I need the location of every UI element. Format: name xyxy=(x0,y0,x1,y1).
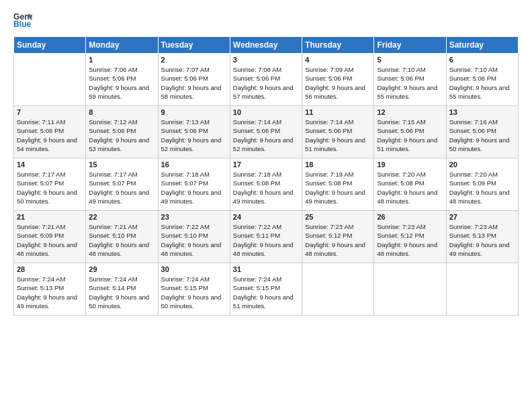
sunset-text: Sunset: 5:09 PM xyxy=(449,179,515,187)
day-number: 5 xyxy=(377,56,443,64)
day-number: 8 xyxy=(89,108,154,116)
daylight-text: Daylight: 9 hours and 54 minutes. xyxy=(17,136,83,154)
sunset-text: Sunset: 5:06 PM xyxy=(377,74,443,83)
calendar-cell: 19 Sunrise: 7:20 AM Sunset: 5:08 PM Dayl… xyxy=(374,158,446,211)
sunset-text: Sunset: 5:06 PM xyxy=(449,74,515,83)
daylight-text: Daylight: 9 hours and 55 minutes. xyxy=(377,83,443,101)
calendar-cell: 7 Sunrise: 7:11 AM Sunset: 5:06 PM Dayli… xyxy=(14,106,86,158)
day-number: 27 xyxy=(449,213,515,221)
daylight-text: Daylight: 9 hours and 48 minutes. xyxy=(305,240,371,259)
day-number: 6 xyxy=(449,56,515,64)
calendar-cell: 13 Sunrise: 7:16 AM Sunset: 5:06 PM Dayl… xyxy=(446,106,518,158)
sunset-text: Sunset: 5:08 PM xyxy=(305,179,371,187)
header-tuesday: Tuesday xyxy=(158,37,230,54)
day-number: 1 xyxy=(89,56,154,64)
calendar-cell: 9 Sunrise: 7:13 AM Sunset: 5:06 PM Dayli… xyxy=(158,106,230,158)
sunrise-text: Sunrise: 7:18 AM xyxy=(233,170,299,179)
sunset-text: Sunset: 5:10 PM xyxy=(89,231,154,240)
sunrise-text: Sunrise: 7:09 AM xyxy=(305,65,371,74)
sunrise-text: Sunrise: 7:20 AM xyxy=(449,170,515,179)
sunset-text: Sunset: 5:06 PM xyxy=(161,126,227,135)
calendar-cell: 21 Sunrise: 7:21 AM Sunset: 5:09 PM Dayl… xyxy=(14,211,86,263)
sunrise-text: Sunrise: 7:22 AM xyxy=(161,222,227,231)
daylight-text: Daylight: 9 hours and 49 minutes. xyxy=(449,240,515,259)
day-number: 4 xyxy=(305,56,371,64)
calendar-cell: 1 Sunrise: 7:06 AM Sunset: 5:06 PM Dayli… xyxy=(86,54,158,106)
sunrise-text: Sunrise: 7:13 AM xyxy=(161,118,227,126)
header-friday: Friday xyxy=(374,37,446,54)
day-number: 26 xyxy=(377,213,443,221)
day-number: 16 xyxy=(161,161,227,169)
sunrise-text: Sunrise: 7:12 AM xyxy=(89,118,154,126)
sunset-text: Sunset: 5:15 PM xyxy=(161,283,227,292)
sunset-text: Sunset: 5:07 PM xyxy=(17,179,83,187)
logo: General Blue xyxy=(13,11,35,30)
sunrise-text: Sunrise: 7:24 AM xyxy=(233,275,299,283)
daylight-text: Daylight: 9 hours and 51 minutes. xyxy=(305,136,371,154)
daylight-text: Daylight: 9 hours and 56 minutes. xyxy=(305,83,371,101)
sunrise-text: Sunrise: 7:11 AM xyxy=(17,118,83,126)
day-number: 15 xyxy=(89,161,154,169)
daylight-text: Daylight: 9 hours and 52 minutes. xyxy=(161,136,227,154)
daylight-text: Daylight: 9 hours and 48 minutes. xyxy=(449,188,515,206)
sunrise-text: Sunrise: 7:23 AM xyxy=(305,222,371,231)
calendar-cell: 4 Sunrise: 7:09 AM Sunset: 5:06 PM Dayli… xyxy=(302,54,374,106)
header-monday: Monday xyxy=(86,37,158,54)
day-number: 3 xyxy=(233,56,299,64)
day-number: 22 xyxy=(89,213,154,221)
calendar-cell xyxy=(446,263,518,316)
day-number: 17 xyxy=(233,161,299,169)
calendar-cell xyxy=(14,54,86,106)
calendar-cell: 11 Sunrise: 7:14 AM Sunset: 5:06 PM Dayl… xyxy=(302,106,374,158)
sunset-text: Sunset: 5:12 PM xyxy=(305,231,371,240)
calendar-cell: 14 Sunrise: 7:17 AM Sunset: 5:07 PM Dayl… xyxy=(14,158,86,211)
daylight-text: Daylight: 9 hours and 48 minutes. xyxy=(233,240,299,259)
calendar-cell: 8 Sunrise: 7:12 AM Sunset: 5:06 PM Dayli… xyxy=(86,106,158,158)
sunrise-text: Sunrise: 7:23 AM xyxy=(449,222,515,231)
sunrise-text: Sunrise: 7:19 AM xyxy=(305,170,371,179)
sunrise-text: Sunrise: 7:15 AM xyxy=(377,118,443,126)
day-number: 9 xyxy=(161,108,227,116)
sunrise-text: Sunrise: 7:24 AM xyxy=(161,275,227,283)
sunrise-text: Sunrise: 7:23 AM xyxy=(377,222,443,231)
calendar-cell: 15 Sunrise: 7:17 AM Sunset: 5:07 PM Dayl… xyxy=(86,158,158,211)
calendar-cell: 22 Sunrise: 7:21 AM Sunset: 5:10 PM Dayl… xyxy=(86,211,158,263)
daylight-text: Daylight: 9 hours and 52 minutes. xyxy=(233,136,299,154)
header-wednesday: Wednesday xyxy=(230,37,302,54)
calendar-table: SundayMondayTuesdayWednesdayThursdayFrid… xyxy=(13,36,519,316)
sunrise-text: Sunrise: 7:08 AM xyxy=(233,65,299,74)
page: General Blue SundayMondayTuesdayWednesda… xyxy=(0,0,532,411)
day-number: 31 xyxy=(233,265,299,273)
calendar-header-row: SundayMondayTuesdayWednesdayThursdayFrid… xyxy=(14,37,519,54)
calendar-cell: 6 Sunrise: 7:10 AM Sunset: 5:06 PM Dayli… xyxy=(446,54,518,106)
calendar-cell: 20 Sunrise: 7:20 AM Sunset: 5:09 PM Dayl… xyxy=(446,158,518,211)
daylight-text: Daylight: 9 hours and 55 minutes. xyxy=(449,83,515,101)
day-number: 20 xyxy=(449,161,515,169)
calendar-cell: 25 Sunrise: 7:23 AM Sunset: 5:12 PM Dayl… xyxy=(302,211,374,263)
daylight-text: Daylight: 9 hours and 48 minutes. xyxy=(377,188,443,206)
sunset-text: Sunset: 5:08 PM xyxy=(233,179,299,187)
calendar-cell: 23 Sunrise: 7:22 AM Sunset: 5:10 PM Dayl… xyxy=(158,211,230,263)
daylight-text: Daylight: 9 hours and 48 minutes. xyxy=(377,240,443,259)
sunrise-text: Sunrise: 7:21 AM xyxy=(89,222,154,231)
day-number: 24 xyxy=(233,213,299,221)
header-thursday: Thursday xyxy=(302,37,374,54)
day-number: 2 xyxy=(161,56,227,64)
header-saturday: Saturday xyxy=(446,37,518,54)
sunrise-text: Sunrise: 7:10 AM xyxy=(449,65,515,74)
svg-text:Blue: Blue xyxy=(13,19,32,29)
daylight-text: Daylight: 9 hours and 59 minutes. xyxy=(89,83,154,101)
sunrise-text: Sunrise: 7:21 AM xyxy=(17,222,83,231)
calendar-cell: 27 Sunrise: 7:23 AM Sunset: 5:13 PM Dayl… xyxy=(446,211,518,263)
daylight-text: Daylight: 9 hours and 48 minutes. xyxy=(89,240,154,259)
calendar-cell: 10 Sunrise: 7:14 AM Sunset: 5:06 PM Dayl… xyxy=(230,106,302,158)
sunrise-text: Sunrise: 7:16 AM xyxy=(449,118,515,126)
daylight-text: Daylight: 9 hours and 50 minutes. xyxy=(89,293,154,311)
week-row-3: 14 Sunrise: 7:17 AM Sunset: 5:07 PM Dayl… xyxy=(14,158,519,211)
daylight-text: Daylight: 9 hours and 58 minutes. xyxy=(161,83,227,101)
calendar-cell: 29 Sunrise: 7:24 AM Sunset: 5:14 PM Dayl… xyxy=(86,263,158,316)
calendar-cell: 28 Sunrise: 7:24 AM Sunset: 5:13 PM Dayl… xyxy=(14,263,86,316)
daylight-text: Daylight: 9 hours and 50 minutes. xyxy=(449,136,515,154)
sunset-text: Sunset: 5:07 PM xyxy=(89,179,154,187)
day-number: 7 xyxy=(17,108,83,116)
